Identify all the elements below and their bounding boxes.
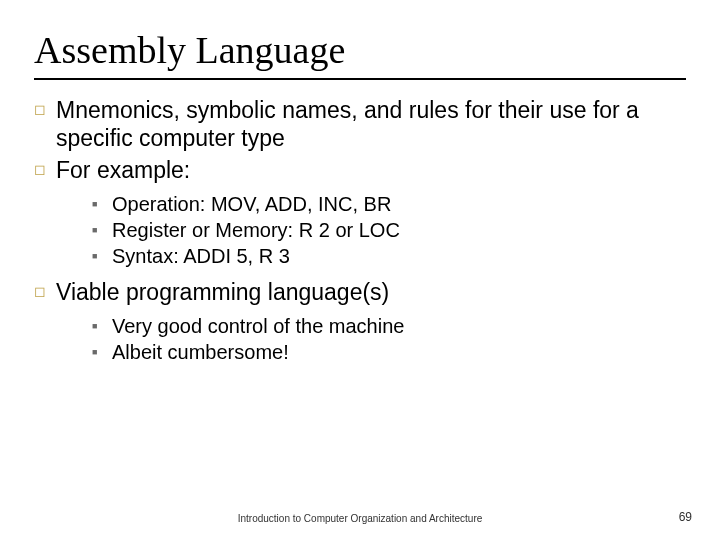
square-bullet-icon: ■ [92, 340, 112, 364]
list-item: ■ Syntax: ADDI 5, R 3 [92, 244, 686, 268]
page-number: 69 [679, 510, 692, 524]
footer-text: Introduction to Computer Organization an… [0, 513, 720, 524]
bullet-text: Mnemonics, symbolic names, and rules for… [56, 96, 686, 152]
sub-list: ■ Operation: MOV, ADD, INC, BR ■ Registe… [92, 192, 686, 268]
square-bullet-icon: ◻ [34, 278, 56, 306]
title-rule [34, 78, 686, 80]
list-item: ■ Register or Memory: R 2 or LOC [92, 218, 686, 242]
list-item: ■ Operation: MOV, ADD, INC, BR [92, 192, 686, 216]
square-bullet-icon: ◻ [34, 96, 56, 152]
list-item: ■ Very good control of the machine [92, 314, 686, 338]
square-bullet-icon: ■ [92, 192, 112, 216]
bullet-list: ◻ Mnemonics, symbolic names, and rules f… [34, 96, 686, 364]
list-item: ◻ Mnemonics, symbolic names, and rules f… [34, 96, 686, 152]
square-bullet-icon: ◻ [34, 156, 56, 184]
square-bullet-icon: ■ [92, 218, 112, 242]
bullet-text: Syntax: ADDI 5, R 3 [112, 244, 290, 268]
slide-title: Assembly Language [34, 28, 686, 72]
sub-list: ■ Very good control of the machine ■ Alb… [92, 314, 686, 364]
bullet-text: Very good control of the machine [112, 314, 404, 338]
bullet-text: Viable programming language(s) [56, 278, 389, 306]
bullet-text: Register or Memory: R 2 or LOC [112, 218, 400, 242]
list-item: ■ Albeit cumbersome! [92, 340, 686, 364]
bullet-text: Operation: MOV, ADD, INC, BR [112, 192, 391, 216]
list-item: ◻ For example: [34, 156, 686, 184]
slide-footer: Introduction to Computer Organization an… [0, 513, 720, 524]
square-bullet-icon: ■ [92, 244, 112, 268]
square-bullet-icon: ■ [92, 314, 112, 338]
list-item: ◻ Viable programming language(s) [34, 278, 686, 306]
bullet-text: For example: [56, 156, 190, 184]
bullet-text: Albeit cumbersome! [112, 340, 289, 364]
slide: Assembly Language ◻ Mnemonics, symbolic … [0, 0, 720, 540]
